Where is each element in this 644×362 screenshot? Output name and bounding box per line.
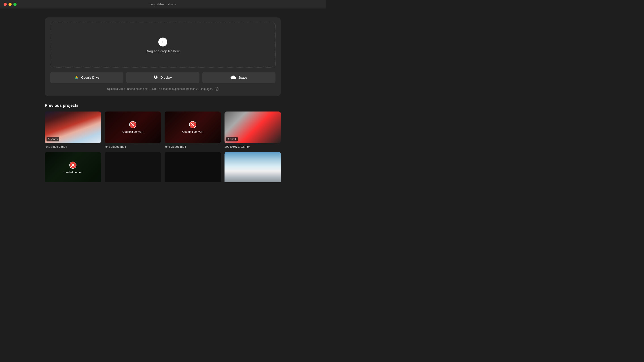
project-item[interactable]	[224, 152, 281, 182]
google-drive-icon	[74, 75, 79, 80]
help-icon[interactable]: ?	[215, 87, 218, 91]
project-badge: 1 short	[226, 137, 238, 141]
minimize-button[interactable]	[8, 3, 12, 6]
project-item[interactable]: Couldn't convert long video1.mp4	[105, 111, 161, 148]
dropbox-icon	[154, 75, 158, 80]
project-item[interactable]: Couldn't convert long video1.mp4	[164, 111, 221, 148]
project-item[interactable]: 1 short 202405071702.mp4	[224, 111, 281, 148]
projects-grid: 5 shorts long video 2.mp4 Couldn't conve…	[45, 111, 281, 182]
maximize-button[interactable]	[14, 3, 16, 6]
project-thumbnail: Couldn't convert	[105, 111, 161, 143]
project-item[interactable]: 5 shorts long video 2.mp4	[45, 111, 101, 148]
error-icon	[129, 121, 136, 128]
project-item[interactable]	[105, 152, 161, 182]
project-thumbnail: Couldn't convert	[164, 111, 221, 143]
space-label: Space	[238, 76, 247, 79]
upload-note: Upload a video under 3 hours and 10 GB. …	[107, 87, 213, 90]
cloud-icon	[230, 75, 236, 79]
project-name: 202405071702.mp4	[224, 145, 281, 148]
error-text: Couldn't convert	[122, 130, 143, 133]
error-icon	[189, 121, 196, 128]
error-overlay: Couldn't convert	[164, 111, 221, 143]
previous-projects-section: Previous projects 5 shorts long video 2.…	[45, 103, 281, 182]
window-title: Long video to shorts	[150, 3, 176, 6]
project-badge: 5 shorts	[46, 137, 59, 141]
project-thumbnail	[105, 152, 161, 182]
error-overlay: Couldn't convert	[105, 111, 161, 143]
upload-card: + Drag and drop file here Google Drive D…	[45, 17, 281, 96]
error-icon	[69, 162, 76, 169]
close-button[interactable]	[4, 3, 7, 6]
main-content: + Drag and drop file here Google Drive D…	[0, 8, 326, 182]
google-drive-button[interactable]: Google Drive	[50, 72, 124, 83]
error-text: Couldn't convert	[182, 130, 203, 133]
google-drive-label: Google Drive	[81, 76, 100, 79]
dropbox-button[interactable]: Dropbox	[126, 72, 200, 83]
source-buttons: Google Drive Dropbox Space	[50, 72, 276, 83]
project-item[interactable]	[164, 152, 221, 182]
add-file-icon: +	[158, 37, 167, 46]
dropbox-label: Dropbox	[160, 76, 172, 79]
traffic-lights	[4, 3, 16, 6]
project-thumbnail: 5 shorts	[45, 111, 101, 143]
project-thumbnail: Couldn't convert	[45, 152, 101, 182]
project-thumbnail	[164, 152, 221, 182]
drop-zone[interactable]: + Drag and drop file here	[50, 23, 276, 67]
project-thumbnail: 1 short	[224, 111, 281, 143]
drop-text: Drag and drop file here	[146, 49, 180, 53]
error-text: Couldn't convert	[62, 170, 84, 174]
project-name: long video1.mp4	[105, 145, 161, 148]
space-button[interactable]: Space	[202, 72, 276, 83]
project-item[interactable]: Couldn't convert	[45, 152, 101, 182]
project-thumbnail	[224, 152, 281, 182]
project-name: long video 2.mp4	[45, 145, 101, 148]
section-title: Previous projects	[45, 103, 281, 108]
project-name: long video1.mp4	[164, 145, 221, 148]
title-bar: Long video to shorts	[0, 0, 326, 8]
error-overlay: Couldn't convert	[45, 152, 101, 182]
upload-note-container: Upload a video under 3 hours and 10 GB. …	[50, 87, 276, 91]
